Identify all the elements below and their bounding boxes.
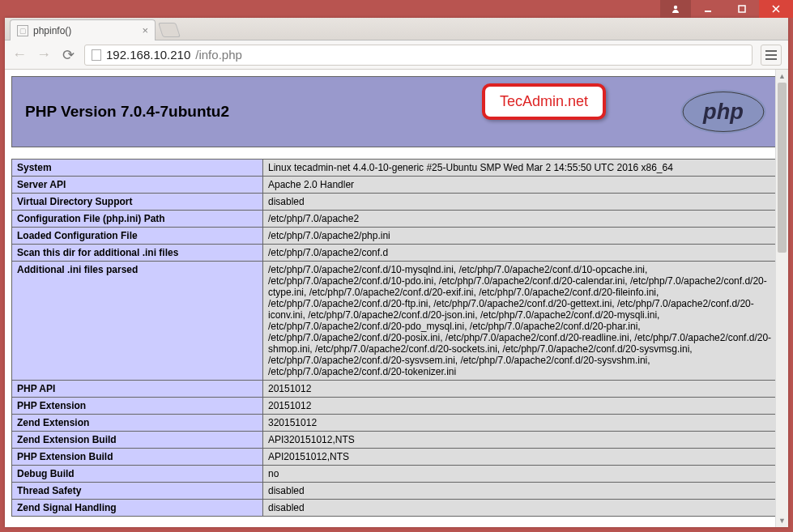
config-value: Apache 2.0 Handler — [263, 177, 782, 194]
config-key: Server API — [12, 177, 263, 194]
table-row: Configuration File (php.ini) Path/etc/ph… — [12, 211, 782, 228]
tab-strip: ▢ phpinfo() × — [5, 18, 788, 40]
minimize-button[interactable] — [691, 0, 725, 18]
vertical-scrollbar[interactable]: ▲ ▼ — [775, 70, 788, 527]
new-tab-button[interactable] — [158, 23, 181, 37]
phpinfo-page: PHP Version 7.0.4-7ubuntu2 TecAdmin.net … — [5, 70, 788, 523]
phpinfo-table: SystemLinux tecadmin-net 4.4.0-10-generi… — [11, 159, 782, 517]
tecadmin-badge: TecAdmin.net — [482, 83, 606, 120]
config-value: 320151012 — [263, 415, 782, 432]
back-button[interactable]: ← — [11, 46, 28, 63]
browser-window: ▢ phpinfo() × ← → ⟳ 192.168.10.210/info.… — [5, 18, 788, 527]
config-key: PHP Extension — [12, 398, 263, 415]
tab-title: phpinfo() — [33, 25, 71, 36]
svg-rect-3 — [765, 50, 777, 52]
scrollbar-thumb[interactable] — [778, 83, 787, 253]
config-value: Linux tecadmin-net 4.4.0-10-generic #25-… — [263, 160, 782, 177]
page-icon — [92, 49, 101, 61]
config-key: Additional .ini files parsed — [12, 262, 263, 381]
svg-rect-2 — [739, 6, 745, 12]
svg-rect-5 — [765, 58, 777, 60]
config-value: 20151012 — [263, 398, 782, 415]
table-row: Zend Extension320151012 — [12, 415, 782, 432]
scroll-down-icon[interactable]: ▼ — [776, 514, 788, 527]
table-row: Debug Buildno — [12, 466, 782, 483]
config-value: API320151012,NTS — [263, 432, 782, 449]
config-key: Zend Signal Handling — [12, 500, 263, 517]
user-button[interactable] — [660, 0, 691, 18]
table-row: Zend Extension BuildAPI320151012,NTS — [12, 432, 782, 449]
svg-rect-1 — [705, 11, 711, 12]
svg-point-0 — [674, 6, 677, 9]
config-value: no — [263, 466, 782, 483]
php-version-title: PHP Version 7.0.4-7ubuntu2 — [25, 103, 229, 121]
config-value: /etc/php/7.0/apache2/php.ini — [263, 228, 782, 245]
config-value: API20151012,NTS — [263, 449, 782, 466]
table-row: Loaded Configuration File/etc/php/7.0/ap… — [12, 228, 782, 245]
close-tab-icon[interactable]: × — [142, 24, 148, 36]
close-window-button[interactable] — [759, 0, 793, 18]
table-row: PHP Extension BuildAPI20151012,NTS — [12, 449, 782, 466]
url-input[interactable]: 192.168.10.210/info.php — [84, 45, 752, 66]
config-key: Scan this dir for additional .ini files — [12, 245, 263, 262]
reload-button[interactable]: ⟳ — [60, 46, 76, 64]
svg-text:php: php — [702, 99, 744, 124]
config-key: Thread Safety — [12, 483, 263, 500]
scroll-up-icon[interactable]: ▲ — [776, 70, 788, 83]
address-bar: ← → ⟳ 192.168.10.210/info.php — [5, 40, 788, 70]
config-value: disabled — [263, 483, 782, 500]
config-value: /etc/php/7.0/apache2 — [263, 211, 782, 228]
table-row: Scan this dir for additional .ini files/… — [12, 245, 782, 262]
config-key: Configuration File (php.ini) Path — [12, 211, 263, 228]
table-row: Zend Signal Handlingdisabled — [12, 500, 782, 517]
config-key: PHP API — [12, 381, 263, 398]
config-value: /etc/php/7.0/apache2/conf.d/10-mysqlnd.i… — [263, 262, 782, 381]
table-row: Server APIApache 2.0 Handler — [12, 177, 782, 194]
maximize-button[interactable] — [725, 0, 759, 18]
config-key: Virtual Directory Support — [12, 194, 263, 211]
phpinfo-header: PHP Version 7.0.4-7ubuntu2 TecAdmin.net … — [11, 76, 782, 147]
browser-tab[interactable]: ▢ phpinfo() × — [10, 19, 156, 40]
config-value: disabled — [263, 500, 782, 517]
config-value: disabled — [263, 194, 782, 211]
table-row: SystemLinux tecadmin-net 4.4.0-10-generi… — [12, 160, 782, 177]
config-value: /etc/php/7.0/apache2/conf.d — [263, 245, 782, 262]
svg-rect-4 — [765, 54, 777, 56]
page-viewport: PHP Version 7.0.4-7ubuntu2 TecAdmin.net … — [5, 70, 788, 527]
php-logo: php — [679, 88, 768, 135]
table-row: Virtual Directory Supportdisabled — [12, 194, 782, 211]
url-host: 192.168.10.210 — [106, 48, 190, 62]
table-row: PHP Extension20151012 — [12, 398, 782, 415]
table-row: Thread Safetydisabled — [12, 483, 782, 500]
file-icon: ▢ — [17, 25, 28, 36]
config-key: System — [12, 160, 263, 177]
config-key: Loaded Configuration File — [12, 228, 263, 245]
config-key: Zend Extension Build — [12, 432, 263, 449]
config-value: 20151012 — [263, 381, 782, 398]
forward-button[interactable]: → — [36, 46, 52, 63]
config-key: Zend Extension — [12, 415, 263, 432]
config-key: Debug Build — [12, 466, 263, 483]
table-row: PHP API20151012 — [12, 381, 782, 398]
menu-button[interactable] — [761, 45, 782, 66]
config-key: PHP Extension Build — [12, 449, 263, 466]
table-row: Additional .ini files parsed/etc/php/7.0… — [12, 262, 782, 381]
url-path: /info.php — [195, 48, 242, 62]
window-titlebar — [0, 0, 793, 18]
